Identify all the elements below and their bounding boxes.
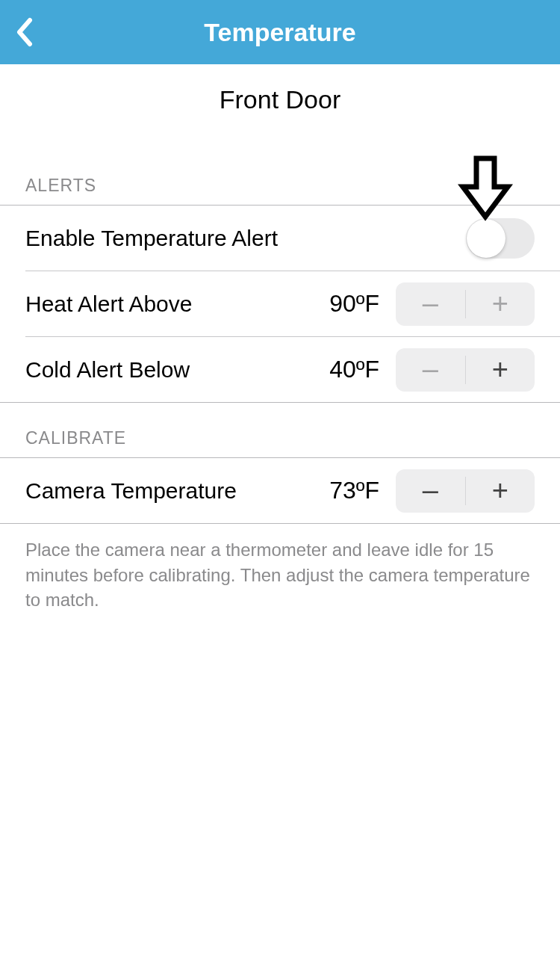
camera-temp-unit: ºF — [356, 477, 379, 504]
heat-alert-label: Heat Alert Above — [25, 291, 329, 317]
app-header: Temperature — [0, 0, 560, 64]
cold-alert-label: Cold Alert Below — [25, 357, 329, 383]
minus-icon: – — [423, 475, 438, 507]
camera-temp-decrement[interactable]: – — [396, 469, 465, 513]
camera-temp-value: 73ºF — [329, 477, 379, 504]
toggle-knob — [467, 219, 505, 258]
back-button[interactable] — [6, 14, 42, 50]
row-heat-alert: Heat Alert Above 90ºF – + — [25, 271, 560, 337]
plus-icon: + — [492, 288, 508, 320]
section-header-alerts: ALERTS — [0, 150, 560, 206]
minus-icon: – — [423, 288, 438, 320]
enable-alert-label: Enable Temperature Alert — [25, 226, 466, 251]
page-title: Temperature — [0, 18, 560, 47]
camera-temp-stepper: – + — [396, 469, 535, 513]
calibrate-footnote: Place the camera near a thermometer and … — [0, 524, 560, 626]
heat-alert-decrement[interactable]: – — [396, 282, 465, 326]
minus-icon: – — [423, 353, 438, 386]
plus-icon: + — [492, 353, 508, 386]
heat-alert-increment[interactable]: + — [466, 282, 535, 326]
cold-alert-unit: ºF — [356, 356, 379, 383]
enable-alert-toggle[interactable] — [466, 218, 535, 259]
plus-icon: + — [492, 475, 508, 507]
cold-alert-increment[interactable]: + — [466, 348, 535, 392]
chevron-left-icon — [15, 17, 33, 47]
cold-alert-value: 40ºF — [329, 356, 379, 383]
camera-temp-label: Camera Temperature — [25, 478, 329, 504]
heat-alert-number: 90 — [329, 290, 356, 317]
cold-alert-decrement[interactable]: – — [396, 348, 465, 392]
cold-alert-stepper: – + — [396, 348, 535, 392]
cold-alert-number: 40 — [329, 356, 356, 383]
row-enable-alert: Enable Temperature Alert — [25, 206, 560, 271]
heat-alert-unit: ºF — [356, 290, 379, 317]
heat-alert-stepper: – + — [396, 282, 535, 326]
camera-temp-increment[interactable]: + — [466, 469, 535, 513]
device-name: Front Door — [0, 64, 560, 150]
camera-temp-number: 73 — [329, 477, 356, 504]
heat-alert-value: 90ºF — [329, 290, 379, 318]
section-header-calibrate: CALIBRATE — [0, 403, 560, 458]
